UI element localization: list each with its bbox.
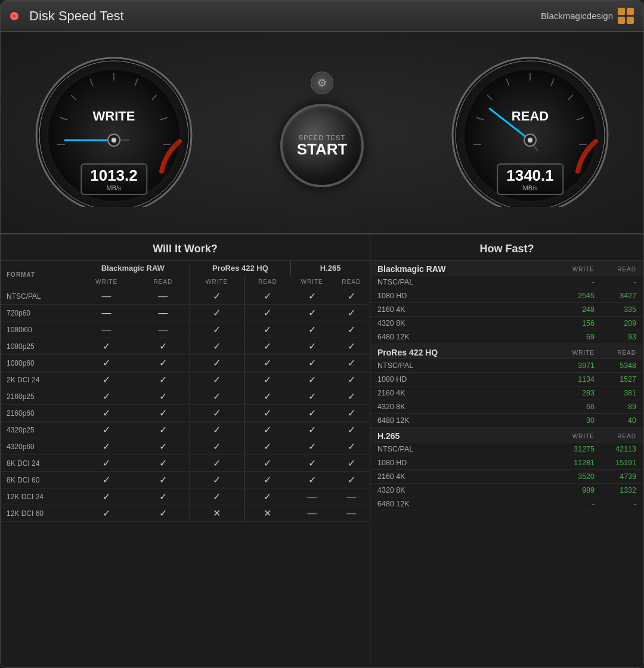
group-name: H.265	[377, 431, 400, 441]
braw-header: Blackmagic RAW	[76, 261, 190, 276]
hf-row: 2160 4K 283 381	[370, 386, 643, 400]
cell-value: —	[333, 488, 370, 505]
svg-point-16	[112, 138, 116, 143]
format-name: NTSC/PAL	[1, 288, 76, 305]
cell-value: ✓	[76, 455, 137, 472]
row-label: 1080 HD	[377, 459, 407, 467]
cell-value: ✓	[190, 438, 244, 455]
hf-group-header: ProRes 422 HQ WRITE READ	[370, 344, 643, 359]
prores-header: ProRes 422 HQ	[190, 261, 291, 276]
cell-value: ✓	[291, 388, 333, 405]
write-value-display: 1013.2 MB/s	[80, 163, 147, 195]
row-label: 1080 HD	[377, 375, 407, 384]
hf-row: 6480 12K 69 93	[370, 330, 643, 344]
will-it-work-panel: Will It Work? FORMAT Blackmagic RAW ProR…	[1, 234, 370, 667]
table-row: 12K DCI 60✓✓✕✕——	[1, 505, 370, 522]
cell-value: ✓	[291, 422, 333, 438]
cell-value: ✓	[190, 338, 244, 355]
read-value: 42113	[612, 445, 636, 453]
row-label: 6480 12K	[377, 416, 410, 425]
cell-value: ✓	[244, 288, 291, 305]
row-label: 1080 HD	[377, 292, 407, 300]
cell-value: ✓	[76, 422, 137, 438]
cell-value: ✓	[244, 472, 291, 488]
read-value: 3427	[612, 292, 636, 300]
prores-read-col: READ	[244, 276, 291, 288]
bottom-section: Will It Work? FORMAT Blackmagic RAW ProR…	[1, 234, 643, 667]
read-gauge: READ 1340.1 MB/s	[441, 52, 620, 207]
cell-value: ✓	[190, 422, 244, 438]
close-button[interactable]: ×	[10, 12, 18, 20]
start-button[interactable]: SPEED TEST START	[280, 104, 364, 187]
write-value: 3971	[571, 361, 595, 370]
cell-value: ✓	[291, 372, 333, 388]
read-col-label: READ	[612, 266, 636, 273]
cell-value: ✓	[190, 405, 244, 422]
cell-value: ✓	[291, 288, 333, 305]
cell-value: ✓	[333, 438, 370, 455]
read-value: 209	[612, 319, 636, 327]
cell-value: ✓	[291, 455, 333, 472]
cell-value: ✓	[190, 321, 244, 338]
cell-value: ✓	[333, 338, 370, 355]
hf-row: 1080 HD 2545 3427	[370, 289, 643, 303]
cell-value: ✓	[333, 355, 370, 372]
cell-value: ✓	[244, 405, 291, 422]
cell-value: ✓	[244, 438, 291, 455]
table-row: 4320p60✓✓✓✓✓✓	[1, 438, 370, 455]
write-value: -	[571, 500, 595, 508]
table-row: NTSC/PAL——✓✓✓✓	[1, 288, 370, 305]
row-label: 2160 4K	[377, 472, 405, 481]
cell-value: ✓	[333, 388, 370, 405]
table-row: 1080i60——✓✓✓✓	[1, 321, 370, 338]
settings-button[interactable]: ⚙	[311, 72, 333, 94]
how-fast-heading: How Fast?	[370, 234, 643, 261]
start-label: START	[297, 141, 348, 157]
cell-value: ✓	[76, 338, 137, 355]
cell-value: ✓	[190, 455, 244, 472]
window-title: Disk Speed Test	[29, 8, 541, 24]
hf-group-header: Blackmagic RAW WRITE READ	[370, 261, 643, 276]
format-name: 4320p60	[1, 438, 76, 455]
hf-row: 4320 8K 156 209	[370, 317, 643, 330]
format-name: 8K DCI 60	[1, 472, 76, 488]
read-value: 4739	[612, 472, 636, 481]
gauges-section: WRITE 1013.2 MB/s ⚙ SPEED TEST STAR	[1, 32, 643, 234]
hf-row: NTSC/PAL 31275 42113	[370, 443, 643, 456]
row-label: 2160 4K	[377, 305, 405, 314]
format-name: 12K DCI 60	[1, 505, 76, 522]
cell-value: —	[291, 488, 333, 505]
cell-value: —	[76, 321, 137, 338]
hf-row: NTSC/PAL 3971 5348	[370, 359, 643, 373]
table-row: 8K DCI 60✓✓✓✓✓✓	[1, 472, 370, 488]
read-value: -	[612, 278, 636, 286]
hf-row: NTSC/PAL - -	[370, 276, 643, 289]
table-row: 720p60——✓✓✓✓	[1, 305, 370, 321]
cell-value: —	[76, 288, 137, 305]
prores-write-col: WRITE	[190, 276, 244, 288]
row-label: 6480 12K	[377, 333, 410, 341]
cell-value: —	[137, 321, 190, 338]
read-value: 1340.1	[506, 167, 554, 184]
cell-value: ✓	[333, 321, 370, 338]
format-name: 720p60	[1, 305, 76, 321]
cell-value: ✓	[137, 505, 190, 522]
row-label: NTSC/PAL	[377, 445, 413, 453]
cell-value: ✓	[291, 305, 333, 321]
cell-value: ✓	[76, 488, 137, 505]
cell-value: ✓	[333, 455, 370, 472]
write-value: 1013.2	[90, 167, 138, 184]
read-value: 93	[612, 333, 636, 341]
cell-value: ✕	[190, 505, 244, 522]
hf-row: 6480 12K - -	[370, 497, 643, 511]
cell-value: ✓	[76, 472, 137, 488]
cell-value: ✓	[291, 321, 333, 338]
write-value: 66	[571, 403, 595, 411]
cell-value: ✓	[76, 388, 137, 405]
cell-value: ✓	[244, 355, 291, 372]
cell-value: ✓	[244, 455, 291, 472]
hf-group-header: H.265 WRITE READ	[370, 428, 643, 443]
read-value: -	[612, 500, 636, 508]
cell-value: ✓	[291, 355, 333, 372]
how-fast-panel: How Fast? Blackmagic RAW WRITE READ NTSC…	[370, 234, 643, 667]
